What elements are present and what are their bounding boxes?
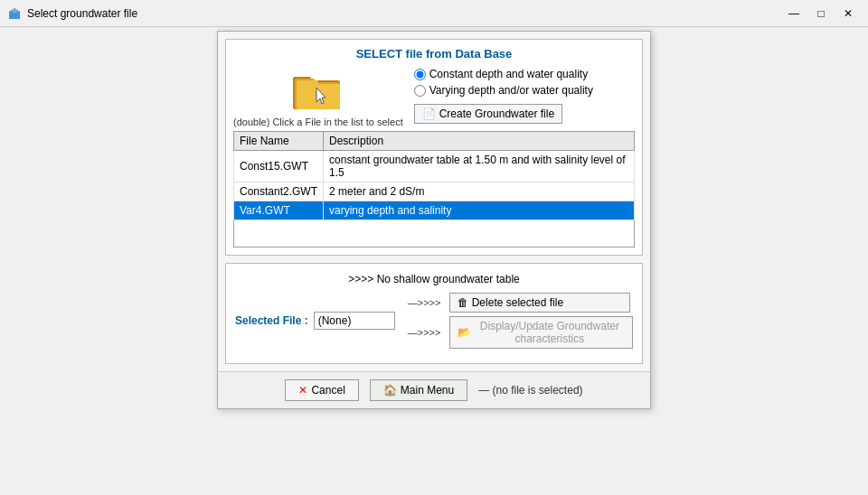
- arrow-indicator-1: —>>>>: [408, 297, 444, 308]
- app-icon: [7, 6, 22, 21]
- folder-icon[interactable]: [291, 68, 345, 113]
- bottom-panel: >>>> No shallow groundwater table Select…: [225, 263, 643, 364]
- delete-button[interactable]: 🗑 Delete selected file: [449, 293, 630, 313]
- arrow-indicator-2: —>>>>: [408, 327, 444, 338]
- radio-group: Constant depth and water quality Varying…: [414, 68, 593, 97]
- display-btn-label: Display/Update Groundwater characteristi…: [475, 320, 625, 345]
- file-table: File Name Description Const15.GWT consta…: [233, 131, 635, 220]
- folder-area: (double) Click a File in the list to sel…: [233, 68, 403, 127]
- radio-varying-input[interactable]: [414, 85, 426, 97]
- radio-varying-label: Varying depth and/or water quality: [429, 84, 593, 97]
- dialog-title: Select groundwater file: [27, 7, 137, 20]
- radio-constant-input[interactable]: [414, 69, 426, 80]
- selected-file-input[interactable]: [314, 312, 395, 330]
- table-row[interactable]: Const15.GWT constant groundwater table a…: [234, 151, 635, 182]
- delete-btn-label: Delete selected file: [472, 296, 563, 309]
- cell-filename: Const15.GWT: [234, 151, 324, 182]
- folder-instruction: (double) Click a File in the list to sel…: [233, 117, 403, 127]
- no-groundwater-label: >>>> No shallow groundwater table: [235, 273, 633, 285]
- table-row[interactable]: Var4.GWT varying depth and salinity: [234, 201, 635, 220]
- create-groundwater-button[interactable]: 📄 Create Groundwater file: [414, 104, 562, 124]
- file-icon: 📄: [422, 107, 436, 120]
- top-section: (double) Click a File in the list to sel…: [233, 68, 635, 127]
- cell-description: 2 meter and 2 dS/m: [324, 182, 635, 201]
- close-button[interactable]: ✕: [835, 4, 861, 23]
- maximize-button[interactable]: □: [808, 4, 834, 23]
- col-description: Description: [324, 132, 635, 151]
- folder-open-icon: 📂: [458, 326, 471, 339]
- minimize-button[interactable]: —: [781, 4, 807, 23]
- main-menu-button[interactable]: 🏠 Main Menu: [370, 379, 467, 401]
- selected-label: Selected File :: [235, 314, 308, 327]
- delete-row: —>>>> 🗑 Delete selected file: [408, 293, 633, 313]
- main-dialog: SELECT file from Data Base: [217, 31, 651, 409]
- svg-rect-7: [297, 80, 318, 88]
- no-file-status: — (no file is selected): [478, 384, 582, 397]
- radio-constant[interactable]: Constant depth and water quality: [414, 68, 593, 80]
- cell-description: varying depth and salinity: [324, 201, 635, 220]
- top-panel: SELECT file from Data Base: [225, 39, 643, 256]
- radio-varying[interactable]: Varying depth and/or water quality: [414, 84, 593, 97]
- window-controls: — □ ✕: [781, 4, 861, 23]
- display-update-button[interactable]: 📂 Display/Update Groundwater characteris…: [449, 316, 633, 349]
- cancel-label: Cancel: [311, 384, 344, 397]
- main-menu-label: Main Menu: [401, 384, 454, 397]
- cancel-button[interactable]: ✕ Cancel: [285, 379, 358, 401]
- cell-description: constant groundwater table at 1.50 m and…: [324, 151, 635, 182]
- cancel-icon: ✕: [298, 384, 307, 397]
- panel-heading: SELECT file from Data Base: [233, 47, 635, 61]
- radio-constant-label: Constant depth and water quality: [429, 68, 588, 80]
- options-area: Constant depth and water quality Varying…: [414, 68, 593, 124]
- home-icon: 🏠: [383, 384, 397, 397]
- trash-icon: 🗑: [458, 296, 468, 309]
- arrow-label-text: >>>> No shallow groundwater table: [348, 273, 519, 285]
- footer: ✕ Cancel 🏠 Main Menu — (no file is selec…: [218, 371, 650, 408]
- display-row: —>>>> 📂 Display/Update Groundwater chara…: [408, 316, 633, 349]
- cell-filename: Var4.GWT: [234, 201, 324, 220]
- title-bar: Select groundwater file — □ ✕: [0, 0, 868, 27]
- col-filename: File Name: [234, 132, 324, 151]
- create-btn-label: Create Groundwater file: [439, 107, 554, 120]
- selected-file-row: Selected File : —>>>> 🗑 Delete selected …: [235, 293, 633, 349]
- table-row[interactable]: Constant2.GWT 2 meter and 2 dS/m: [234, 182, 635, 201]
- cell-filename: Constant2.GWT: [234, 182, 324, 201]
